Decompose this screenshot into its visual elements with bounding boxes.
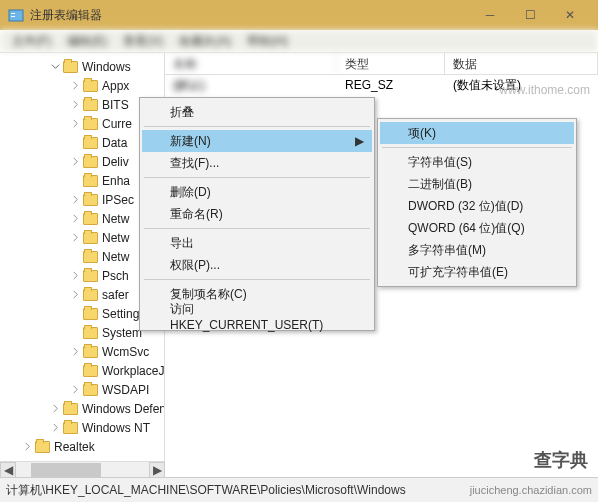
expander-empty xyxy=(70,365,81,376)
chevron-right-icon[interactable] xyxy=(22,441,33,452)
minimize-button[interactable]: ─ xyxy=(470,0,510,30)
chevron-right-icon[interactable] xyxy=(70,156,81,167)
tree-label: Windows Defend xyxy=(82,402,165,416)
menu-new[interactable]: 新建(N)▶ xyxy=(142,130,372,152)
tree-node-realtek[interactable]: Realtek xyxy=(0,437,164,456)
scroll-track[interactable] xyxy=(16,462,149,477)
separator xyxy=(144,279,370,280)
tree-node[interactable]: WSDAPI xyxy=(0,380,164,399)
chevron-right-icon[interactable] xyxy=(70,194,81,205)
separator xyxy=(144,126,370,127)
folder-icon xyxy=(83,213,98,225)
col-data[interactable]: 数据 xyxy=(445,53,598,74)
tree-node[interactable]: Windows NT xyxy=(0,418,164,437)
chevron-down-icon[interactable] xyxy=(50,61,61,72)
tree-node[interactable]: WcmSvc xyxy=(0,342,164,361)
horizontal-scrollbar[interactable]: ◀ ▶ xyxy=(0,461,165,477)
folder-icon xyxy=(83,270,98,282)
watermark: 查字典 xyxy=(534,448,588,472)
cell-name: (默认) xyxy=(165,77,337,94)
chevron-right-icon[interactable] xyxy=(50,422,61,433)
tree-label: WcmSvc xyxy=(102,345,149,359)
folder-icon xyxy=(83,99,98,111)
chevron-right-icon[interactable] xyxy=(70,384,81,395)
titlebar: 注册表编辑器 ─ ☐ ✕ xyxy=(0,0,598,30)
menu-new-qword[interactable]: QWORD (64 位)值(Q) xyxy=(380,217,574,239)
chevron-right-icon[interactable] xyxy=(70,80,81,91)
separator xyxy=(382,147,572,148)
maximize-button[interactable]: ☐ xyxy=(510,0,550,30)
svg-rect-2 xyxy=(11,16,15,17)
tree-label: Realtek xyxy=(54,440,95,454)
app-icon xyxy=(8,7,24,23)
menu-permissions[interactable]: 权限(P)... xyxy=(142,254,372,276)
chevron-right-icon[interactable] xyxy=(70,99,81,110)
chevron-right-icon[interactable] xyxy=(70,346,81,357)
tree-label: Data xyxy=(102,136,127,150)
scroll-thumb[interactable] xyxy=(31,463,101,477)
folder-icon xyxy=(83,156,98,168)
menu-new-expand[interactable]: 可扩充字符串值(E) xyxy=(380,261,574,283)
menu-new-multi[interactable]: 多字符串值(M) xyxy=(380,239,574,261)
menu-new-string[interactable]: 字符串值(S) xyxy=(380,151,574,173)
close-button[interactable]: ✕ xyxy=(550,0,590,30)
folder-icon xyxy=(83,289,98,301)
tree-label: IPSec xyxy=(102,193,134,207)
folder-icon xyxy=(63,403,78,415)
menu-file[interactable]: 文件(F) xyxy=(6,31,57,52)
chevron-right-icon[interactable] xyxy=(70,232,81,243)
folder-icon xyxy=(63,422,78,434)
separator xyxy=(144,177,370,178)
col-name[interactable]: 名称 xyxy=(165,53,337,74)
menu-fav[interactable]: 收藏夹(A) xyxy=(173,31,237,52)
chevron-right-icon[interactable] xyxy=(70,270,81,281)
menu-delete[interactable]: 删除(D) xyxy=(142,181,372,203)
tree-label: WSDAPI xyxy=(102,383,149,397)
folder-icon xyxy=(83,308,98,320)
menu-new-dword[interactable]: DWORD (32 位)值(D) xyxy=(380,195,574,217)
menu-collapse[interactable]: 折叠 xyxy=(142,101,372,123)
context-menu: 折叠 新建(N)▶ 查找(F)... 删除(D) 重命名(R) 导出 权限(P)… xyxy=(139,97,375,331)
menu-view[interactable]: 查看(V) xyxy=(117,31,169,52)
menu-export[interactable]: 导出 xyxy=(142,232,372,254)
tree-label: Deliv xyxy=(102,155,129,169)
folder-icon xyxy=(83,232,98,244)
folder-icon xyxy=(83,118,98,130)
folder-icon xyxy=(83,384,98,396)
col-type[interactable]: 类型 xyxy=(337,53,445,74)
chevron-right-icon[interactable] xyxy=(70,213,81,224)
folder-icon xyxy=(83,80,98,92)
tree-label: safer xyxy=(102,288,129,302)
menu-find[interactable]: 查找(F)... xyxy=(142,152,372,174)
scroll-right-button[interactable]: ▶ xyxy=(149,462,165,478)
menu-goto-hkcu[interactable]: 访问 HKEY_CURRENT_USER(T) xyxy=(142,305,372,327)
chevron-right-icon: ▶ xyxy=(355,134,364,148)
folder-icon xyxy=(83,251,98,263)
tree-node[interactable]: Appx xyxy=(0,76,164,95)
tree-label: Netw xyxy=(102,231,129,245)
menu-new-key[interactable]: 项(K) xyxy=(380,122,574,144)
tree-node[interactable]: WorkplaceJoi xyxy=(0,361,164,380)
watermark: jiucicheng.chazidian.com xyxy=(470,484,592,496)
menu-help[interactable]: 帮助(H) xyxy=(241,31,294,52)
watermark: www.ithome.com xyxy=(499,83,590,97)
menu-rename[interactable]: 重命名(R) xyxy=(142,203,372,225)
tree-node[interactable]: Windows Defend xyxy=(0,399,164,418)
expander-empty xyxy=(70,327,81,338)
chevron-right-icon[interactable] xyxy=(50,403,61,414)
tree-label: System xyxy=(102,326,142,340)
scroll-left-button[interactable]: ◀ xyxy=(0,462,16,478)
expander-empty xyxy=(70,251,81,262)
menu-edit[interactable]: 编辑(E) xyxy=(61,31,113,52)
chevron-right-icon[interactable] xyxy=(70,118,81,129)
separator xyxy=(144,228,370,229)
tree-node-windows[interactable]: Windows xyxy=(0,57,164,76)
list-header: 名称 类型 数据 xyxy=(165,53,598,75)
tree-label: Psch xyxy=(102,269,129,283)
tree-label: Windows NT xyxy=(82,421,150,435)
tree-label: Enha xyxy=(102,174,130,188)
folder-icon xyxy=(83,346,98,358)
menu-new-binary[interactable]: 二进制值(B) xyxy=(380,173,574,195)
chevron-right-icon[interactable] xyxy=(70,289,81,300)
expander-empty xyxy=(70,308,81,319)
